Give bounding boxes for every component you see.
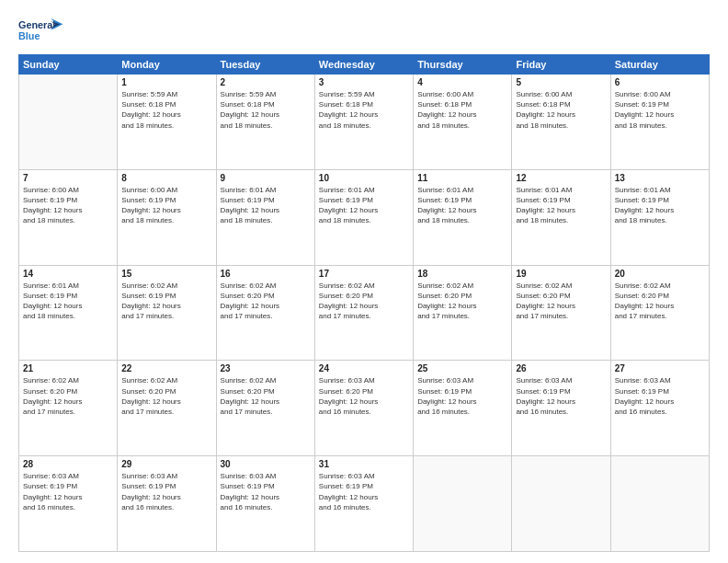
calendar-cell: 9Sunrise: 6:01 AMSunset: 6:19 PMDaylight…	[216, 169, 314, 265]
day-info: Sunrise: 5:59 AMSunset: 6:18 PMDaylight:…	[221, 89, 311, 131]
day-number: 13	[615, 173, 705, 183]
day-info: Sunrise: 6:01 AMSunset: 6:19 PMDaylight:…	[516, 185, 606, 226]
day-info: Sunrise: 6:02 AMSunset: 6:20 PMDaylight:…	[121, 375, 211, 417]
calendar-cell: 20Sunrise: 6:02 AMSunset: 6:20 PMDayligh…	[610, 265, 709, 361]
calendar-cell	[512, 456, 610, 552]
day-info: Sunrise: 6:03 AMSunset: 6:19 PMDaylight:…	[615, 375, 705, 417]
day-info: Sunrise: 6:01 AMSunset: 6:19 PMDaylight:…	[23, 281, 113, 322]
weekday-header-sunday: Sunday	[19, 55, 118, 75]
day-number: 8	[121, 173, 211, 183]
day-number: 31	[319, 459, 409, 469]
day-number: 24	[319, 363, 409, 373]
weekday-header-friday: Friday	[512, 55, 610, 75]
calendar-cell: 27Sunrise: 6:03 AMSunset: 6:19 PMDayligh…	[610, 361, 709, 456]
weekday-header-tuesday: Tuesday	[216, 55, 314, 75]
day-info: Sunrise: 6:01 AMSunset: 6:19 PMDaylight:…	[615, 185, 705, 226]
day-number: 12	[516, 173, 606, 183]
svg-text:General: General	[18, 19, 55, 30]
day-number: 19	[516, 269, 606, 279]
day-number: 25	[417, 363, 507, 373]
day-info: Sunrise: 6:00 AMSunset: 6:19 PMDaylight:…	[615, 89, 705, 131]
calendar-cell	[610, 456, 709, 552]
calendar-cell	[19, 75, 118, 170]
calendar-cell: 2Sunrise: 5:59 AMSunset: 6:18 PMDaylight…	[216, 75, 314, 170]
day-info: Sunrise: 6:02 AMSunset: 6:19 PMDaylight:…	[121, 281, 211, 322]
calendar-cell: 14Sunrise: 6:01 AMSunset: 6:19 PMDayligh…	[19, 265, 118, 361]
day-info: Sunrise: 6:03 AMSunset: 6:19 PMDaylight:…	[319, 471, 409, 512]
calendar-week-1: 1Sunrise: 5:59 AMSunset: 6:18 PMDaylight…	[19, 75, 710, 170]
weekday-header-monday: Monday	[118, 55, 216, 75]
calendar-table: SundayMondayTuesdayWednesdayThursdayFrid…	[18, 54, 710, 552]
calendar-week-5: 28Sunrise: 6:03 AMSunset: 6:19 PMDayligh…	[19, 456, 710, 552]
day-info: Sunrise: 6:02 AMSunset: 6:20 PMDaylight:…	[615, 281, 705, 322]
day-number: 20	[615, 269, 705, 279]
day-info: Sunrise: 6:03 AMSunset: 6:20 PMDaylight:…	[319, 375, 409, 417]
day-number: 26	[516, 363, 606, 373]
weekday-header-saturday: Saturday	[610, 55, 709, 75]
day-number: 4	[417, 77, 507, 87]
calendar-cell: 19Sunrise: 6:02 AMSunset: 6:20 PMDayligh…	[512, 265, 610, 361]
calendar-cell: 16Sunrise: 6:02 AMSunset: 6:20 PMDayligh…	[216, 265, 314, 361]
day-info: Sunrise: 6:03 AMSunset: 6:19 PMDaylight:…	[516, 375, 606, 417]
calendar-week-2: 7Sunrise: 6:00 AMSunset: 6:19 PMDaylight…	[19, 169, 710, 265]
day-number: 2	[221, 77, 311, 87]
day-number: 5	[516, 77, 606, 87]
day-info: Sunrise: 6:03 AMSunset: 6:19 PMDaylight:…	[23, 471, 113, 512]
day-number: 16	[221, 269, 311, 279]
day-info: Sunrise: 6:03 AMSunset: 6:19 PMDaylight:…	[221, 471, 311, 512]
page: General Blue SundayMondayTuesdayWednesda…	[0, 0, 728, 563]
calendar-cell: 6Sunrise: 6:00 AMSunset: 6:19 PMDaylight…	[610, 75, 709, 170]
calendar-cell: 26Sunrise: 6:03 AMSunset: 6:19 PMDayligh…	[512, 361, 610, 456]
calendar-cell: 31Sunrise: 6:03 AMSunset: 6:19 PMDayligh…	[314, 456, 413, 552]
day-number: 14	[23, 269, 113, 279]
day-number: 6	[615, 77, 705, 87]
day-info: Sunrise: 6:00 AMSunset: 6:19 PMDaylight:…	[121, 185, 211, 226]
day-number: 22	[121, 363, 211, 373]
day-number: 18	[417, 269, 507, 279]
logo: General Blue	[18, 17, 64, 49]
calendar-cell: 3Sunrise: 5:59 AMSunset: 6:18 PMDaylight…	[314, 75, 413, 170]
calendar-cell: 13Sunrise: 6:01 AMSunset: 6:19 PMDayligh…	[610, 169, 709, 265]
day-number: 1	[121, 77, 211, 87]
day-number: 28	[23, 459, 113, 469]
calendar-cell: 17Sunrise: 6:02 AMSunset: 6:20 PMDayligh…	[314, 265, 413, 361]
day-number: 3	[319, 77, 409, 87]
calendar-cell: 24Sunrise: 6:03 AMSunset: 6:20 PMDayligh…	[314, 361, 413, 456]
day-info: Sunrise: 6:00 AMSunset: 6:18 PMDaylight:…	[417, 89, 507, 131]
calendar-cell: 25Sunrise: 6:03 AMSunset: 6:19 PMDayligh…	[414, 361, 512, 456]
day-info: Sunrise: 6:01 AMSunset: 6:19 PMDaylight:…	[221, 185, 311, 226]
weekday-header-row: SundayMondayTuesdayWednesdayThursdayFrid…	[19, 55, 710, 75]
day-info: Sunrise: 6:02 AMSunset: 6:20 PMDaylight:…	[417, 281, 507, 322]
calendar-cell: 5Sunrise: 6:00 AMSunset: 6:18 PMDaylight…	[512, 75, 610, 170]
day-info: Sunrise: 6:01 AMSunset: 6:19 PMDaylight:…	[319, 185, 409, 226]
calendar-cell: 23Sunrise: 6:02 AMSunset: 6:20 PMDayligh…	[216, 361, 314, 456]
day-number: 9	[221, 173, 311, 183]
calendar-week-3: 14Sunrise: 6:01 AMSunset: 6:19 PMDayligh…	[19, 265, 710, 361]
day-info: Sunrise: 5:59 AMSunset: 6:18 PMDaylight:…	[319, 89, 409, 131]
day-number: 30	[221, 459, 311, 469]
day-info: Sunrise: 6:02 AMSunset: 6:20 PMDaylight:…	[221, 281, 311, 322]
calendar-cell: 21Sunrise: 6:02 AMSunset: 6:20 PMDayligh…	[19, 361, 118, 456]
calendar-cell: 4Sunrise: 6:00 AMSunset: 6:18 PMDaylight…	[414, 75, 512, 170]
calendar-week-4: 21Sunrise: 6:02 AMSunset: 6:20 PMDayligh…	[19, 361, 710, 456]
calendar-cell: 1Sunrise: 5:59 AMSunset: 6:18 PMDaylight…	[118, 75, 216, 170]
day-number: 10	[319, 173, 409, 183]
day-info: Sunrise: 6:00 AMSunset: 6:19 PMDaylight:…	[23, 185, 113, 226]
svg-text:Blue: Blue	[18, 30, 40, 41]
calendar-cell: 18Sunrise: 6:02 AMSunset: 6:20 PMDayligh…	[414, 265, 512, 361]
day-info: Sunrise: 6:01 AMSunset: 6:19 PMDaylight:…	[417, 185, 507, 226]
day-number: 27	[615, 363, 705, 373]
day-info: Sunrise: 6:00 AMSunset: 6:18 PMDaylight:…	[516, 89, 606, 131]
day-info: Sunrise: 6:02 AMSunset: 6:20 PMDaylight:…	[319, 281, 409, 322]
day-info: Sunrise: 5:59 AMSunset: 6:18 PMDaylight:…	[121, 89, 211, 131]
calendar-cell	[414, 456, 512, 552]
weekday-header-wednesday: Wednesday	[314, 55, 413, 75]
day-number: 23	[221, 363, 311, 373]
calendar-cell: 28Sunrise: 6:03 AMSunset: 6:19 PMDayligh…	[19, 456, 118, 552]
day-number: 15	[121, 269, 211, 279]
logo-icon: General Blue	[18, 17, 64, 49]
day-number: 29	[121, 459, 211, 469]
calendar-cell: 7Sunrise: 6:00 AMSunset: 6:19 PMDaylight…	[19, 169, 118, 265]
day-info: Sunrise: 6:02 AMSunset: 6:20 PMDaylight:…	[516, 281, 606, 322]
weekday-header-thursday: Thursday	[414, 55, 512, 75]
